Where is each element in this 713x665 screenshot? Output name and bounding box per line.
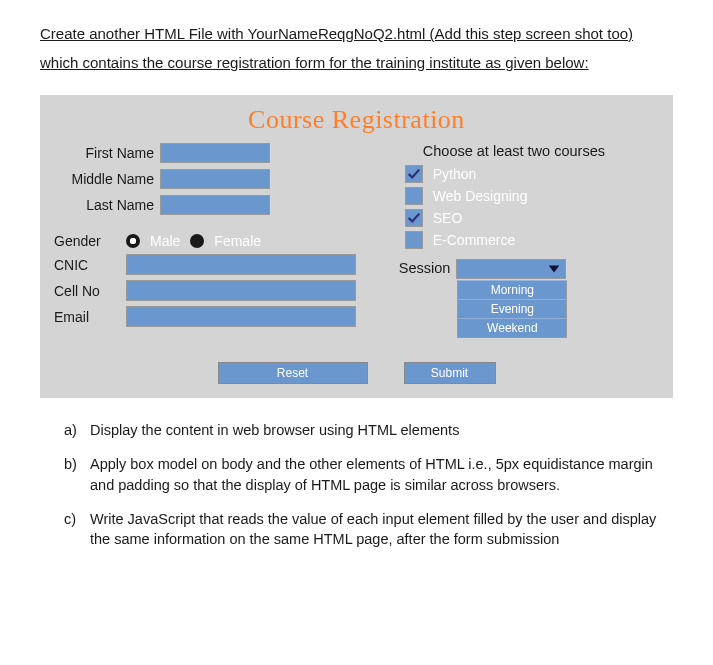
submit-button[interactable]: Submit [404,362,496,384]
course-label-seo: SEO [433,210,463,226]
cnic-input[interactable] [126,254,356,275]
gender-male-label: Male [150,233,180,249]
last-name-input[interactable] [160,195,270,215]
session-label: Session [399,259,451,276]
question-letter: c) [64,509,90,550]
course-checkbox-seo[interactable] [405,209,423,227]
gender-label: Gender [54,233,126,249]
check-icon [407,167,421,181]
question-letter: b) [64,454,90,495]
course-checkbox-ecom[interactable] [405,231,423,249]
question-text: Display the content in web browser using… [90,420,673,440]
question-a: a) Display the content in web browser us… [64,420,673,440]
course-label-ecom: E-Commerce [433,232,515,248]
question-text: Write JavaScript that reads the value of… [90,509,673,550]
email-label: Email [54,309,126,325]
cell-no-label: Cell No [54,283,126,299]
gender-female-label: Female [214,233,261,249]
cnic-label: CNIC [54,257,126,273]
left-column: First Name Middle Name Last Name Gender [54,143,359,332]
course-checkbox-python[interactable] [405,165,423,183]
question-text: Apply box model on body and the other el… [90,454,673,495]
session-option-evening[interactable]: Evening [458,300,566,319]
first-name-label: First Name [60,145,160,161]
course-row-seo: SEO [369,209,659,227]
right-column: Choose at least two courses Python Web D… [369,143,659,332]
course-label-python: Python [433,166,477,182]
check-icon [407,211,421,225]
course-row-ecom: E-Commerce [369,231,659,249]
course-row-web: Web Designing [369,187,659,205]
courses-header: Choose at least two courses [369,143,659,159]
course-checkbox-web[interactable] [405,187,423,205]
course-label-web: Web Designing [433,188,528,204]
question-c: c) Write JavaScript that reads the value… [64,509,673,550]
session-option-morning[interactable]: Morning [458,281,566,300]
form-title: Course Registration [54,105,659,135]
gender-radio-female[interactable] [190,234,204,248]
course-row-python: Python [369,165,659,183]
instruction-text: Create another HTML File with YourNameRe… [40,20,673,77]
cell-no-input[interactable] [126,280,356,301]
session-dropdown-list: Morning Evening Weekend [457,280,567,338]
question-letter: a) [64,420,90,440]
middle-name-input[interactable] [160,169,270,189]
session-option-weekend[interactable]: Weekend [458,319,566,337]
reset-button[interactable]: Reset [218,362,368,384]
chevron-down-icon [547,262,561,280]
gender-radio-male[interactable] [126,234,140,248]
registration-form-panel: Course Registration First Name Middle Na… [40,95,673,398]
middle-name-label: Middle Name [60,171,160,187]
last-name-label: Last Name [60,197,160,213]
questions-list: a) Display the content in web browser us… [40,420,673,549]
question-b: b) Apply box model on body and the other… [64,454,673,495]
first-name-input[interactable] [160,143,270,163]
session-select[interactable]: Morning Evening Weekend [456,259,566,279]
email-input[interactable] [126,306,356,327]
